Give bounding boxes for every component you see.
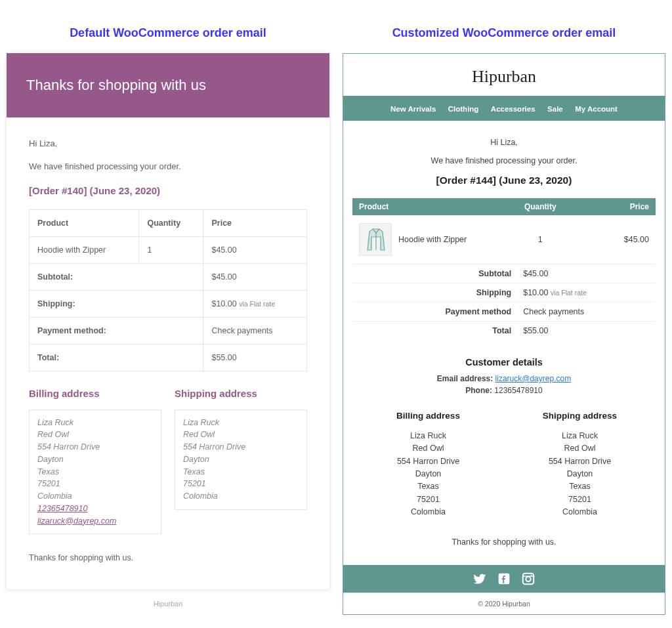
item-name: Hoodie with Zipper [30, 236, 139, 263]
shipping-name: Liza Ruck [183, 417, 299, 429]
billing-city: Dayton [37, 453, 153, 466]
default-email-column: Default WooCommerce order email Thanks f… [7, 7, 329, 615]
greeting: Hi Liza, [352, 138, 656, 147]
shipping-state: Texas [183, 466, 299, 478]
custom-footer: © 2020 Hipurban [343, 593, 665, 614]
nav-bar: New Arrivals Clothing Accessories Sale M… [343, 96, 665, 121]
billing-country: Colombia [352, 506, 504, 518]
shipping-box: Liza Ruck Red Owl 554 Harron Drive Dayto… [175, 409, 307, 510]
phone-label: Phone: [465, 386, 492, 395]
social-bar [343, 565, 665, 593]
payment-label: Payment method: [30, 317, 203, 344]
svg-rect-4 [523, 576, 534, 576]
shipping-city: Dayton [183, 453, 299, 466]
phone-value: 12365478910 [494, 386, 542, 395]
item-qty: 1 [139, 236, 203, 263]
item-price: $45.00 [577, 235, 650, 244]
billing-box: Liza Ruck Red Owl 554 Harron Drive Dayto… [29, 409, 161, 535]
shipping-company: Red Owl [504, 442, 656, 455]
product-thumbnail [359, 223, 392, 256]
instagram-icon[interactable] [521, 572, 536, 586]
item-name: Hoodie with Zipper [398, 235, 467, 244]
table-header-row: Product Quantity Price [30, 209, 307, 236]
payment-row: Payment method Check payments [352, 302, 656, 321]
billing-heading: Billing address [352, 409, 504, 423]
shipping-state: Texas [504, 480, 656, 493]
email-link[interactable]: lizaruck@dayrep.com [495, 374, 572, 383]
billing-state: Texas [352, 480, 504, 493]
col-product: Product [359, 202, 504, 211]
billing-street: 554 Harron Drive [352, 455, 504, 468]
table-row: Hoodie with Zipper 1 $45.00 [30, 236, 307, 263]
billing-state: Texas [37, 466, 153, 478]
shipping-label: Shipping: [30, 290, 203, 317]
billing-phone-link[interactable]: 12365478910 [37, 504, 87, 513]
subtotal-label: Subtotal: [30, 263, 203, 290]
shipping-label: Shipping [352, 288, 523, 297]
svg-point-3 [526, 576, 531, 581]
thanks-text: Thanks for shopping with us. [352, 537, 656, 547]
shipping-company: Red Owl [183, 429, 299, 441]
shipping-block: Shipping address Liza Ruck Red Owl 554 H… [504, 409, 656, 519]
billing-company: Red Owl [37, 429, 153, 441]
billing-name: Liza Ruck [37, 417, 153, 429]
payment-value: Check payments [203, 317, 307, 344]
order-heading: [Order #144] (June 23, 2020) [352, 175, 656, 186]
shipping-country: Colombia [183, 490, 299, 503]
shipping-heading: Shipping address [175, 386, 307, 402]
billing-country: Colombia [37, 490, 153, 503]
custom-email-card: Hipurban New Arrivals Clothing Accessori… [343, 53, 665, 615]
total-row: Total: $55.00 [30, 344, 307, 371]
shipping-street: 554 Harron Drive [183, 441, 299, 453]
col-product: Product [30, 209, 139, 236]
billing-email-link[interactable]: lizaruck@dayrep.com [37, 516, 116, 526]
total-label: Total [352, 326, 523, 335]
total-value: $55.00 [203, 344, 307, 371]
nav-my-account[interactable]: My Account [575, 105, 618, 113]
product-row: Hoodie with Zipper 1 $45.00 [352, 215, 656, 264]
shipping-heading: Shipping address [504, 409, 656, 423]
total-value: $55.00 [523, 326, 656, 335]
subtotal-row: Subtotal: $45.00 [30, 263, 307, 290]
col-price: Price [577, 202, 650, 211]
facebook-icon[interactable] [497, 572, 511, 585]
col-price: Price [203, 209, 307, 236]
shipping-zip: 75201 [183, 478, 299, 490]
twitter-icon[interactable] [472, 572, 487, 586]
subtotal-value: $45.00 [523, 269, 656, 278]
billing-street: 554 Harron Drive [37, 441, 153, 453]
default-footer: Hipurban [7, 589, 329, 614]
shipping-zip: 75201 [504, 493, 656, 506]
nav-clothing[interactable]: Clothing [448, 105, 479, 113]
shipping-street: 554 Harron Drive [504, 455, 656, 468]
col-quantity: Quantity [139, 209, 203, 236]
svg-rect-2 [523, 573, 534, 584]
intro-text: We have finished processing your order. [352, 156, 656, 165]
shipping-name: Liza Ruck [504, 430, 656, 442]
svg-point-5 [531, 574, 532, 576]
shipping-row: Shipping: $10.00 via Flat rate [30, 290, 307, 317]
custom-caption: Customized WooCommerce order email [343, 7, 665, 53]
product-table-header: Product Quantity Price [352, 198, 656, 215]
subtotal-value: $45.00 [203, 263, 307, 290]
billing-city: Dayton [352, 468, 504, 480]
customer-details: Customer details Email address: lizaruck… [352, 357, 656, 395]
nav-new-arrivals[interactable]: New Arrivals [390, 105, 436, 113]
nav-sale[interactable]: Sale [547, 105, 563, 113]
order-table: Product Quantity Price Hoodie with Zippe… [29, 209, 307, 371]
greeting: Hi Liza, [29, 137, 307, 151]
subtotal-label: Subtotal [352, 269, 523, 278]
nav-accessories[interactable]: Accessories [491, 105, 536, 113]
shipping-row: Shipping $10.00 via Flat rate [352, 283, 656, 302]
default-email-card: Thanks for shopping with us Hi Liza, We … [7, 53, 329, 589]
billing-company: Red Owl [352, 442, 504, 455]
payment-value: Check payments [523, 307, 656, 316]
billing-name: Liza Ruck [352, 430, 504, 442]
customer-details-heading: Customer details [352, 357, 656, 367]
billing-zip: 75201 [37, 478, 153, 490]
billing-zip: 75201 [352, 493, 504, 506]
billing-block: Billing address Liza Ruck Red Owl 554 Ha… [352, 409, 504, 519]
shipping-value: $10.00 via Flat rate [523, 288, 656, 297]
item-qty: 1 [504, 235, 577, 244]
total-row: Total $55.00 [352, 321, 656, 340]
